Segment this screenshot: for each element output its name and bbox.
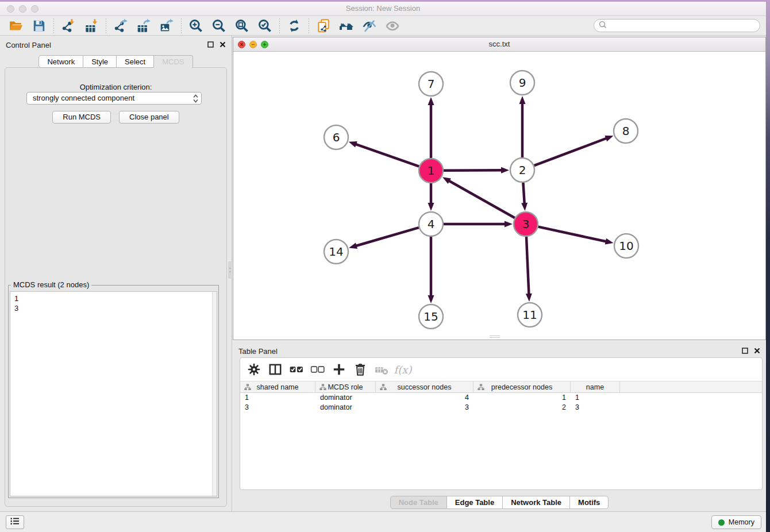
delete-column-icon[interactable] (373, 361, 390, 377)
sort-flow-icon (380, 384, 387, 392)
settings-icon[interactable] (245, 361, 263, 377)
network-view-window: × − + scc.txt 7968124314101511 (233, 37, 766, 340)
criterion-dropdown-value: strongly connected component (33, 94, 134, 102)
arrowhead-2-3 (521, 203, 528, 211)
cell-shared-name[interactable]: 1 (240, 393, 315, 403)
table-row[interactable]: 1dominator411 (240, 393, 762, 403)
import-table-icon[interactable] (80, 17, 103, 34)
tab-select[interactable]: Select (117, 55, 154, 68)
network-canvas[interactable]: 7968124314101511 (233, 52, 765, 340)
close-panel-button[interactable]: Close panel (119, 111, 179, 124)
mcds-result-box[interactable]: 13 (10, 291, 217, 496)
control-panel-title: Control Panel (6, 41, 51, 49)
home-icon[interactable] (335, 17, 358, 34)
edge-2-3[interactable] (523, 183, 524, 205)
zoom-fit-icon[interactable] (230, 17, 253, 34)
mcds-result-line: 3 (14, 303, 217, 313)
tab-motifs[interactable]: Motifs (570, 496, 609, 509)
arrowhead-1-4 (428, 203, 434, 211)
edge-4-14[interactable] (355, 228, 419, 246)
tab-node-table[interactable]: Node Table (390, 496, 447, 509)
zoom-selected-icon[interactable] (253, 17, 276, 34)
edge-1-6[interactable] (355, 144, 419, 166)
network-close-button[interactable]: × (238, 41, 245, 48)
hide-details-icon[interactable] (358, 17, 381, 34)
float-table-panel-icon[interactable] (742, 348, 748, 354)
cell-name[interactable]: 1 (571, 393, 620, 403)
minimize-window-button[interactable] (19, 5, 26, 13)
titlebar: Session: New Session (0, 2, 766, 16)
memory-status-dot (718, 519, 725, 526)
column-header-successor-nodes[interactable]: successor nodes (376, 381, 473, 392)
mcds-result-line: 1 (14, 294, 217, 303)
export-table-icon[interactable] (132, 17, 155, 34)
table-panel-title: Table Panel (238, 347, 278, 356)
column-header-shared-name[interactable]: shared name (240, 381, 315, 392)
column-header-name[interactable]: name (571, 381, 620, 392)
network-window-titlebar[interactable]: × − + scc.txt (233, 37, 765, 52)
edge-3-10[interactable] (538, 227, 607, 242)
edge-1-2[interactable] (444, 170, 503, 171)
split-view-icon[interactable] (267, 361, 284, 377)
cell-name[interactable]: 3 (571, 403, 620, 413)
cell-predecessor-nodes[interactable]: 1 (473, 393, 571, 403)
network-maximize-button[interactable]: + (261, 41, 268, 48)
search-input[interactable] (610, 21, 760, 31)
cell-successor-nodes[interactable]: 4 (376, 393, 473, 403)
import-network-icon[interactable] (57, 17, 80, 34)
table-row[interactable]: 3dominator323 (240, 403, 762, 413)
tab-style[interactable]: Style (83, 55, 117, 68)
task-history-button[interactable] (6, 515, 24, 529)
close-window-button[interactable] (7, 5, 14, 13)
search-box[interactable] (594, 19, 760, 32)
delete-row-icon[interactable] (352, 361, 369, 377)
select-all-columns-icon[interactable] (288, 361, 305, 377)
result-scrollbar[interactable] (212, 292, 217, 496)
zoom-out-icon[interactable] (207, 17, 230, 34)
cell-shared-name[interactable]: 3 (240, 403, 315, 413)
cell-successor-nodes[interactable]: 3 (376, 403, 473, 413)
window-controls (7, 5, 38, 13)
tab-edge-table[interactable]: Edge Table (447, 496, 503, 509)
column-header-MCDS-role[interactable]: MCDS role (315, 381, 376, 392)
apply-function-icon[interactable]: f(x) (394, 361, 411, 377)
add-row-icon[interactable] (330, 361, 348, 377)
edge-3-1[interactable] (448, 180, 515, 218)
tab-mcds[interactable]: MCDS (154, 55, 192, 68)
edge-2-8[interactable] (534, 138, 608, 165)
column-label: MCDS role (328, 383, 363, 391)
run-mcds-button[interactable]: Run MCDS (52, 111, 111, 124)
tab-network-table[interactable]: Network Table (503, 496, 570, 509)
float-panel-icon[interactable] (207, 41, 214, 48)
edge-3-11[interactable] (526, 237, 529, 295)
criterion-dropdown[interactable]: strongly connected component (26, 92, 202, 105)
panel-splitter-handle[interactable] (228, 261, 232, 279)
close-panel-icon[interactable] (220, 41, 226, 48)
mcds-result-fieldset: MCDS result (2 nodes) 13 (8, 285, 219, 498)
memory-button[interactable]: Memory (711, 515, 761, 529)
network-window-title: scc.txt (233, 37, 765, 51)
save-session-icon[interactable] (28, 17, 51, 34)
export-image-icon[interactable] (155, 17, 178, 34)
memory-button-label: Memory (729, 518, 754, 526)
control-panel: Control Panel NetworkStyleSelectMCDS Opt… (0, 36, 232, 511)
column-label: predecessor nodes (491, 383, 552, 391)
cell-MCDS-role[interactable]: dominator (315, 403, 376, 413)
export-network-icon[interactable] (109, 17, 132, 34)
cell-predecessor-nodes[interactable]: 2 (473, 403, 571, 413)
open-session-icon[interactable] (5, 17, 28, 34)
maximize-window-button[interactable] (31, 5, 38, 13)
zoom-in-icon[interactable] (184, 17, 207, 34)
mcds-panel: Optimization criterion: strongly connect… (5, 67, 227, 507)
show-details-icon[interactable] (381, 17, 404, 34)
arrowhead-1-2 (501, 167, 509, 174)
tab-network[interactable]: Network (38, 55, 83, 68)
close-table-panel-icon[interactable] (754, 348, 760, 354)
network-minimize-button[interactable]: − (249, 41, 257, 48)
network-resize-grip[interactable] (490, 336, 500, 340)
clone-network-icon[interactable] (312, 17, 335, 34)
column-header-predecessor-nodes[interactable]: predecessor nodes (473, 381, 571, 392)
cell-MCDS-role[interactable]: dominator (315, 393, 376, 403)
refresh-layout-icon[interactable] (283, 17, 306, 34)
deselect-all-columns-icon[interactable] (309, 361, 326, 377)
